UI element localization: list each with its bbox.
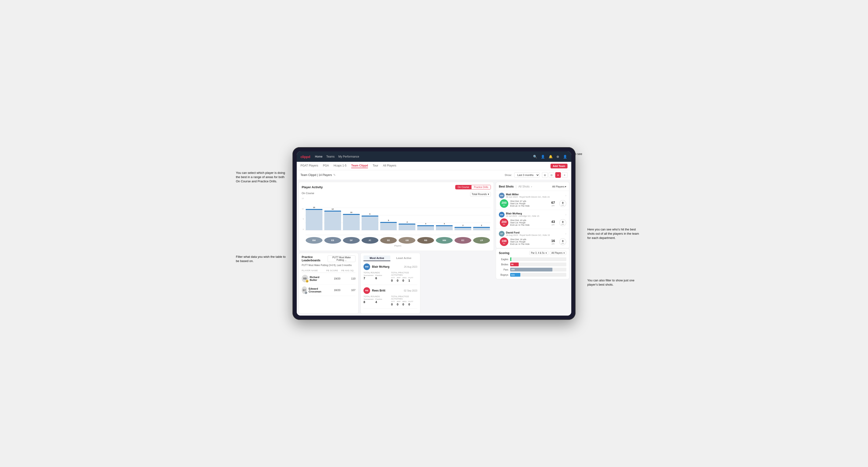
view-icons: ⊞ ⊟ ♥ ≡ <box>542 172 567 178</box>
team-title: Team Clippd | 14 Players ✎ <box>301 173 336 177</box>
bar-col-ebritt: 12 <box>324 208 341 230</box>
practice-subtitle: PUTT Must Make Putting (3-6 ft), Last 3 … <box>302 264 355 267</box>
show-label: Show: <box>504 174 512 177</box>
gtt-stat-2: GTT 0 <box>391 301 395 306</box>
search-icon[interactable]: 🔍 <box>533 154 537 159</box>
user-avatar-icon[interactable]: 👤 <box>563 154 567 159</box>
player-sub-blair-mcharg: 23 Jul 2023 · Ashridge GC, Hole 15 <box>506 215 539 217</box>
active-stats-grid-1: Total Rounds Tournament 7 Practice <box>364 272 417 282</box>
tab-pga[interactable]: PGA <box>323 164 329 168</box>
avatar-rbutler[interactable]: RB <box>417 237 434 244</box>
avatar-jcoles[interactable]: JC <box>362 237 378 244</box>
bar-8 <box>436 225 453 230</box>
users-icon[interactable]: 👤 <box>540 154 545 159</box>
nav-links: Home Teams My Performance <box>315 155 528 158</box>
bar-3 <box>343 214 360 230</box>
chart-area: 13 12 <box>305 197 491 235</box>
par-filter[interactable]: Par 3, 4 & 5s ▾ <box>529 251 549 255</box>
all-shots-chevron[interactable]: ▾ <box>531 185 532 188</box>
practice-stat-1: Practice 6 <box>375 274 382 280</box>
total-rounds-filter[interactable]: Total Rounds ▾ <box>470 192 491 196</box>
menu-view-button[interactable]: ≡ <box>562 172 567 178</box>
tab-all-shots[interactable]: All Shots <box>519 184 530 189</box>
practice-stat-2: Practice 4 <box>375 298 382 304</box>
shot-details-3: 198 SG Shot Dist: 16 yds Start Lie: Roug… <box>499 238 566 246</box>
tab-pgat-players[interactable]: PGAT Players <box>301 164 318 168</box>
active-player-name-1: Blair McHarg <box>372 265 390 269</box>
heart-view-button[interactable]: ♥ <box>555 172 561 178</box>
tab-practice-drills[interactable]: Practice Drills <box>471 185 491 189</box>
add-team-button[interactable]: Add Team <box>551 164 567 168</box>
shot-badge-3: 198 SG <box>500 238 508 246</box>
avatar-dford[interactable]: DF <box>343 237 360 244</box>
edit-icon[interactable]: ✎ <box>333 173 336 177</box>
nav-link-my-performance[interactable]: My Performance <box>338 155 359 158</box>
tab-best-shots[interactable]: Best Shots <box>499 184 514 189</box>
tab-tour[interactable]: Tour <box>373 164 378 168</box>
shot-details-2: 200 SG Shot Dist: 43 yds Start Lie: Roug… <box>499 218 566 227</box>
avatar-bmcharg[interactable]: BM <box>306 237 322 244</box>
plus-circle-icon[interactable]: ⊕ <box>556 154 560 159</box>
left-column: Player Activity On Course Practice Drill… <box>297 180 496 316</box>
lb-row-edward-crossman[interactable]: EC 2 Edward Crossman 18/20 107 <box>302 284 355 296</box>
player-text-matt-miller: Matt Miller 09 Jun 2023 · Royal North De… <box>506 193 550 198</box>
total-practice-label-1: Total Practice Activities <box>391 272 417 276</box>
shot-stat-1: 67 yds <box>549 201 557 207</box>
tab-all-players[interactable]: All Players <box>383 164 396 168</box>
bar-val-1: 13 <box>313 206 315 209</box>
shot-entry-blair-mcharg[interactable]: BM Blair McHarg 23 Jul 2023 · Ashridge G… <box>496 210 569 229</box>
avatar-ecrossman[interactable]: EC <box>455 237 471 244</box>
avatar-mmiller[interactable]: MM <box>436 237 453 244</box>
shot-entry-matt-miller[interactable]: MM Matt Miller 09 Jun 2023 · Royal North… <box>496 191 569 210</box>
practice-values-1: GTT 0 APP 0 <box>391 277 417 282</box>
shot-player-row-3: DF David Ford 24 Aug 2023 · Royal North … <box>499 231 566 237</box>
active-avatar-1: BM <box>364 263 370 270</box>
gtt-stat-1: GTT 0 <box>391 277 395 282</box>
tab-hcaps[interactable]: Hcaps 1-5 <box>334 164 346 168</box>
grid-view-button[interactable]: ⊞ <box>542 172 548 178</box>
bar-col-ecrossman: 2 <box>455 224 471 230</box>
tab-on-course[interactable]: On Course <box>456 185 471 189</box>
scoring-val-eagles: 3 <box>511 258 512 260</box>
arg-stat-2: ARG 0 <box>402 301 406 306</box>
shot-zero-3: 0 yds <box>559 238 566 245</box>
active-date-1: 26 Aug 2023 <box>404 266 417 268</box>
all-players-scoring-filter[interactable]: All Players ▾ <box>550 251 566 255</box>
rounds-values-1: Tournament 7 Practice 6 <box>364 274 390 280</box>
list-view-button[interactable]: ⊟ <box>549 172 554 178</box>
avatar-richard-butler: RB 1 <box>302 275 308 282</box>
avatar-eebert[interactable]: EE <box>380 237 397 244</box>
lb-score-1: 19/20 <box>326 277 340 280</box>
nav-link-teams[interactable]: Teams <box>326 155 335 158</box>
putt-val-1: 1 <box>408 279 413 282</box>
all-players-dropdown[interactable]: All Players ▾ <box>552 185 566 188</box>
nav-link-home[interactable]: Home <box>315 155 322 158</box>
tab-least-active[interactable]: Least Active <box>390 255 417 261</box>
shot-entry-david-ford[interactable]: DF David Ford 24 Aug 2023 · Royal North … <box>496 229 569 248</box>
bar-col-gbillingham: 4 <box>399 221 415 230</box>
best-shots-tabs: Best Shots | All Shots ▾ <box>499 184 532 189</box>
player-text-david-ford: David Ford 24 Aug 2023 · Royal North Dev… <box>506 231 550 236</box>
scoring-track-bogeys: 111 <box>510 273 566 277</box>
shot-stat-3: 16 yds <box>549 239 557 245</box>
tab-most-active[interactable]: Most Active <box>364 255 390 261</box>
active-player-name-2: Rees Britt <box>372 289 385 292</box>
bar-val-10: 2 <box>481 224 482 226</box>
lb-row-richard-butler[interactable]: RB 1 Richard Butler 19/20 110 <box>302 273 355 284</box>
avatar-blair-mcharg: BM <box>499 212 504 217</box>
avatar-gbillingham[interactable]: GB <box>399 237 415 244</box>
practice-dropdown[interactable]: PUTT Must Make Putting ... <box>328 255 355 262</box>
notifications-icon[interactable]: 🔔 <box>548 154 553 159</box>
bar-4 <box>362 216 378 230</box>
time-select[interactable]: Last 3 months Last 6 months Last year <box>514 173 540 178</box>
bar-7-highlight <box>417 225 434 226</box>
active-player-info-1: BM Blair McHarg <box>364 263 390 270</box>
scoring-fill-pars: 499 <box>510 268 552 272</box>
tab-team-clippd[interactable]: Team Clippd <box>351 164 368 168</box>
tournament-val-2: 8 <box>364 300 373 304</box>
scoring-filters: Par 3, 4 & 5s ▾ All Players ▾ <box>529 251 566 255</box>
avatar-ebritt[interactable]: EB <box>324 237 341 244</box>
avatar-lrobertson[interactable]: LR <box>473 237 490 244</box>
total-practice-section-2: Total Practice Activities GTT 0 APP <box>391 295 417 306</box>
leaderboard-header: PLAYER NAME PB SCORE PB AVG SQ <box>302 269 355 273</box>
